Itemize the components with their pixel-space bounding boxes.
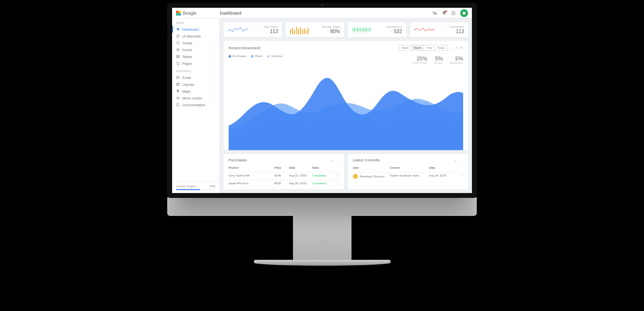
- panel-title: Recent Movement: [229, 46, 260, 50]
- project-percent: 60%: [210, 185, 215, 188]
- sidebar-item-documentation[interactable]: Documentation: [172, 101, 219, 108]
- table-row[interactable]: Sony Xperia M4 $149 Aug 23, 2018 Complet…: [229, 172, 339, 180]
- sidebar-item-label: Documentation: [182, 103, 205, 107]
- chevron-down-icon: ⌄: [213, 35, 215, 38]
- sidebar-item-label: Tables: [182, 55, 192, 58]
- cell-product: Apple iPhone 6: [229, 182, 274, 186]
- svg-rect-16: [290, 29, 291, 34]
- sidebar-item-tables[interactable]: Tables ⌄: [172, 53, 219, 60]
- chevron-down-icon: ⌄: [213, 97, 215, 100]
- legend-item: Purchases: [233, 55, 246, 58]
- cell-price: $149: [274, 174, 289, 178]
- chevron-down-icon: ⌄: [213, 41, 215, 45]
- monitor-base: [254, 260, 390, 266]
- cell-date: Aug 20, 2018: [289, 182, 312, 186]
- svg-rect-24: [306, 30, 307, 34]
- sidebar-item-forms[interactable]: Forms ⌄: [172, 46, 219, 53]
- svg-rect-25: [308, 28, 309, 34]
- time-range-switch: Week Month Year Today: [399, 45, 448, 51]
- svg-rect-18: [294, 30, 295, 34]
- sidebar-item-charts[interactable]: Charts ⌄: [172, 39, 219, 46]
- cell-date: Aug 23, 2018: [289, 174, 312, 178]
- legend-item: Services: [271, 55, 282, 58]
- cell-date: Aug 16, 2018: [429, 174, 455, 179]
- stat-card-impressions[interactable]: Impressions ⌃532: [348, 22, 406, 37]
- collapse-icon[interactable]: ⌄: [450, 46, 453, 50]
- chevron-down-icon: ⌄: [213, 62, 215, 65]
- refresh-icon[interactable]: ↻: [455, 46, 458, 50]
- purchases-panel: Purchases ⤓⋮ Product Price Date State: [224, 154, 344, 189]
- monitor-stand: [293, 216, 351, 260]
- sidebar-section-menu: MENU: [172, 19, 219, 26]
- stat-card-new-users[interactable]: New Users ›113: [224, 22, 282, 37]
- sidebar-item-menu-levels[interactable]: Menu Levels ⌄: [172, 95, 219, 101]
- time-option-week[interactable]: Week: [399, 45, 411, 50]
- sidebar-item-maps[interactable]: Maps ⌄: [172, 88, 219, 95]
- chevron-down-icon: ⌄: [213, 90, 215, 93]
- close-icon[interactable]: ✕: [460, 46, 463, 50]
- movement-stat-value: 25%: [412, 56, 427, 61]
- gear-icon[interactable]: [432, 11, 437, 16]
- layout-icon: [176, 82, 180, 86]
- topbar: Beagle Dashboard: [172, 8, 472, 19]
- table-header: Commit: [390, 166, 429, 171]
- svg-rect-2: [454, 11, 455, 12]
- sparkbars-icon: [290, 25, 310, 34]
- stat-card-monthly-sales[interactable]: Monthly Sales ⌃80%: [286, 22, 344, 37]
- sidebar-item-label: Dashboard: [182, 28, 199, 31]
- file-icon: [176, 61, 180, 65]
- download-icon[interactable]: ⤓: [331, 158, 333, 162]
- svg-rect-17: [292, 28, 293, 34]
- bell-icon[interactable]: [442, 11, 447, 16]
- sidebar-item-ui-elements[interactable]: UI Elements ⌄: [172, 33, 219, 39]
- project-label: Current Project: [176, 185, 195, 188]
- svg-rect-20: [298, 29, 299, 34]
- movement-stat-label: PURCHASE: [412, 61, 427, 64]
- table-row[interactable]: Apple iPhone 6 $535 Aug 20, 2018 Complet…: [229, 180, 339, 188]
- sidebar: MENU Dashboard UI Elements ⌄ Charts ⌄: [172, 19, 220, 193]
- recent-movement-panel: Recent Movement Week Month Year Today ⌄: [224, 41, 468, 150]
- sidebar-item-label: Email: [182, 76, 191, 79]
- svg-point-11: [176, 48, 179, 51]
- main-content: New Users ›113 Monthly Sales ⌃80%: [220, 19, 472, 193]
- brand-logo[interactable]: Beagle: [176, 11, 220, 16]
- movement-stat-value: 5%: [434, 56, 443, 61]
- sidebar-item-layouts[interactable]: Layouts ⌄: [172, 81, 219, 88]
- stat-label: Monthly Sales: [322, 25, 340, 28]
- chevron-down-icon: ⌄: [213, 76, 215, 79]
- caret-icon: ›: [268, 30, 269, 33]
- badge-icon: 🛡: [455, 174, 463, 179]
- svg-rect-0: [451, 11, 452, 12]
- cell-user: Penelope Thornton: [360, 175, 385, 178]
- monitor-chin: [167, 197, 477, 216]
- sidebar-item-label: UI Elements: [182, 35, 201, 38]
- cell-state: Completed: [312, 182, 333, 186]
- info-icon[interactable]: ⓘ: [333, 174, 339, 178]
- caret-up-icon: ⌃: [390, 30, 393, 33]
- table-header: State: [312, 166, 333, 171]
- panel-title: Purchases: [229, 158, 247, 162]
- user-avatar[interactable]: [460, 9, 468, 17]
- chevron-down-icon: ⌄: [213, 55, 215, 58]
- more-icon[interactable]: ⋮: [336, 158, 339, 162]
- table-header: Product: [229, 166, 274, 171]
- target-icon: [176, 48, 180, 52]
- time-option-month[interactable]: Month: [411, 45, 424, 50]
- more-icon[interactable]: ⋮: [460, 158, 463, 162]
- download-icon[interactable]: ⤓: [454, 158, 457, 162]
- time-option-year[interactable]: Year: [424, 45, 435, 50]
- sidebar-footer: Current Project 60%: [172, 181, 219, 193]
- sidebar-item-label: Layouts: [182, 83, 195, 86]
- book-icon: [176, 103, 180, 107]
- sidebar-item-pages[interactable]: Pages ⌄: [172, 60, 219, 67]
- stat-label: New Users: [264, 25, 278, 28]
- time-option-today[interactable]: Today: [435, 45, 447, 50]
- table-row[interactable]: Penelope Thornton Topbar dropdown style …: [353, 172, 464, 180]
- home-icon: [176, 27, 180, 31]
- info-icon[interactable]: ⓘ: [333, 182, 339, 186]
- stat-card-downloads[interactable]: Downloads ›113: [410, 22, 468, 37]
- sidebar-item-email[interactable]: Email ⌄: [172, 74, 219, 81]
- apps-grid-icon[interactable]: [451, 11, 456, 16]
- stat-label: Downloads: [449, 25, 464, 28]
- sidebar-item-dashboard[interactable]: Dashboard: [172, 26, 219, 33]
